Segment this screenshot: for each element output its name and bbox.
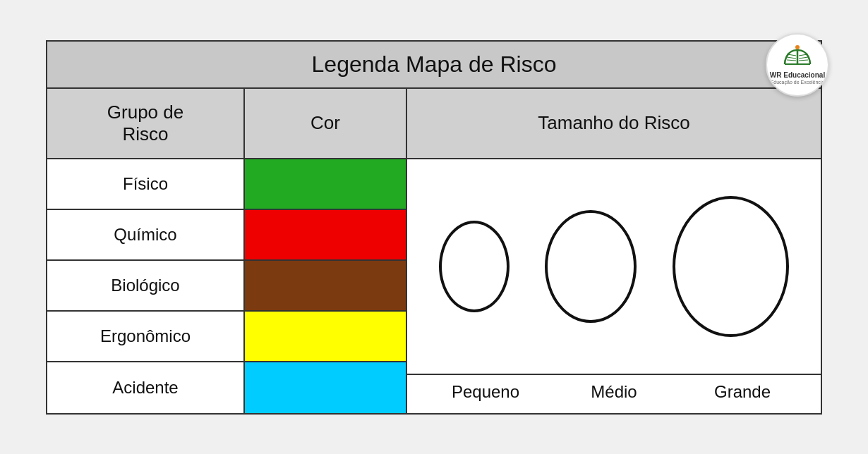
- color-rows: [245, 159, 407, 413]
- table-body: Físico Químico Biológico Ergonômico Acid…: [47, 159, 821, 413]
- risk-acidente: Acidente: [47, 362, 243, 413]
- risk-ergonomico: Ergonômico: [47, 312, 243, 362]
- circle-large: [673, 196, 789, 337]
- color-biologico: [245, 261, 406, 312]
- size-area: Pequeno Médio Grande: [407, 159, 821, 413]
- circles-row: [407, 159, 821, 374]
- svg-line-3: [799, 54, 807, 56]
- color-ergonomico: [245, 312, 406, 362]
- logo-badge: WR Educacional Educação de Excelência: [766, 33, 829, 97]
- color-quimico: [245, 210, 406, 261]
- svg-point-6: [795, 45, 800, 49]
- col-header-cor: Cor: [245, 89, 407, 158]
- risk-quimico: Químico: [47, 210, 243, 261]
- color-acidente: [245, 362, 406, 413]
- risk-fisico: Físico: [47, 159, 243, 210]
- label-grande: Grande: [682, 382, 802, 402]
- risk-rows: Físico Químico Biológico Ergonômico Acid…: [47, 159, 245, 413]
- risk-biologico: Biológico: [47, 261, 243, 312]
- svg-line-0: [788, 54, 796, 56]
- size-labels-row: Pequeno Médio Grande: [407, 374, 821, 413]
- col-header-grupo: Grupo de Risco: [47, 89, 245, 158]
- color-fisico: [245, 159, 406, 210]
- col-header-tamanho: Tamanho do Risco: [407, 89, 821, 158]
- logo-name: WR Educacional: [770, 71, 825, 80]
- legend-table: Legenda Mapa de Risco Grupo de Risco Cor…: [46, 40, 822, 415]
- column-headers: Grupo de Risco Cor Tamanho do Risco: [47, 89, 821, 159]
- label-medio: Médio: [554, 382, 674, 402]
- svg-line-4: [799, 57, 808, 59]
- svg-line-2: [787, 60, 796, 61]
- page-wrapper: WR Educacional Educação de Excelência Le…: [46, 40, 822, 415]
- label-pequeno: Pequeno: [426, 382, 545, 402]
- svg-line-5: [799, 60, 808, 61]
- circle-medium: [545, 210, 637, 323]
- table-title: Legenda Mapa de Risco: [47, 42, 821, 89]
- svg-line-1: [787, 57, 796, 59]
- logo-subtext: Educação de Excelência: [771, 80, 825, 85]
- circle-small: [439, 221, 510, 312]
- logo-icon: [782, 44, 813, 70]
